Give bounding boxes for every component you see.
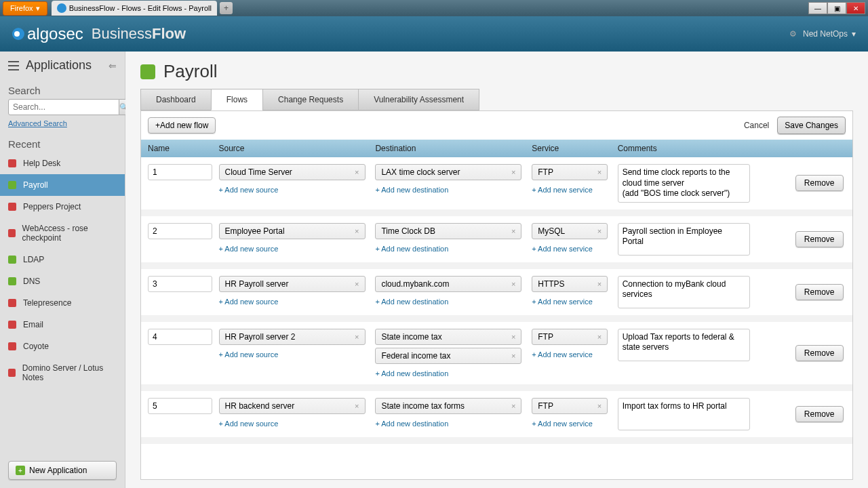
- comment-input[interactable]: Connection to myBank cloud services: [618, 276, 750, 308]
- save-changes-button[interactable]: Save Changes: [777, 117, 846, 134]
- sidebar-item[interactable]: DNS: [0, 270, 125, 292]
- cancel-button[interactable]: Cancel: [744, 121, 769, 130]
- comment-input[interactable]: Import tax forms to HR portal: [618, 398, 750, 430]
- value-tag[interactable]: State income tax forms×: [375, 398, 521, 414]
- flow-name-input[interactable]: [148, 164, 212, 180]
- add-value-link[interactable]: + Add new service: [532, 245, 617, 253]
- remove-flow-button[interactable]: Remove: [795, 231, 844, 247]
- remove-tag-icon[interactable]: ×: [355, 227, 359, 235]
- value-tag[interactable]: LAX time clock server×: [375, 164, 521, 180]
- add-value-link[interactable]: + Add new source: [219, 420, 376, 428]
- add-value-link[interactable]: + Add new source: [219, 350, 376, 359]
- remove-tag-icon[interactable]: ×: [597, 227, 601, 235]
- close-button[interactable]: ✕: [846, 2, 865, 14]
- collapse-sidebar-icon[interactable]: ⇐: [108, 60, 117, 71]
- add-value-link[interactable]: + Add new source: [219, 186, 376, 194]
- flow-name-input[interactable]: [148, 329, 212, 345]
- value-tag[interactable]: cloud.mybank.com×: [375, 276, 521, 292]
- tag-label: MySQL: [538, 226, 565, 236]
- firefox-menu-button[interactable]: Firefox ▾: [3, 1, 47, 16]
- add-value-link[interactable]: + Add new service: [532, 298, 617, 306]
- add-value-link[interactable]: + Add new destination: [375, 298, 532, 306]
- add-value-link[interactable]: + Add new source: [219, 245, 376, 253]
- comment-input[interactable]: Upload Tax reports to federal & state se…: [618, 329, 750, 361]
- remove-flow-button[interactable]: Remove: [795, 175, 844, 191]
- tab-dashboard[interactable]: Dashboard: [140, 89, 212, 110]
- sidebar-item-label: Domino Server / Lotus Notes: [22, 363, 117, 382]
- flow-name-input[interactable]: [148, 398, 212, 414]
- sidebar-item[interactable]: Email: [0, 314, 125, 336]
- sidebar-item[interactable]: LDAP: [0, 249, 125, 270]
- tag-label: Cloud Time Server: [225, 167, 292, 177]
- flow-name-input[interactable]: [148, 276, 212, 292]
- sidebar-item[interactable]: Peppers Project: [0, 196, 125, 218]
- remove-flow-button[interactable]: Remove: [795, 406, 844, 422]
- value-tag[interactable]: MySQL×: [532, 223, 608, 239]
- add-value-link[interactable]: + Add new source: [219, 298, 376, 306]
- remove-tag-icon[interactable]: ×: [511, 402, 515, 410]
- app-status-icon: [140, 64, 155, 79]
- remove-tag-icon[interactable]: ×: [355, 280, 359, 288]
- sidebar-item[interactable]: Payroll: [0, 174, 125, 196]
- remove-tag-icon[interactable]: ×: [597, 402, 601, 410]
- add-value-link[interactable]: + Add new destination: [375, 186, 532, 194]
- maximize-button[interactable]: ▣: [827, 2, 846, 14]
- value-tag[interactable]: Employee Portal×: [219, 223, 366, 239]
- remove-flow-button[interactable]: Remove: [795, 345, 844, 361]
- value-tag[interactable]: Time Clock DB×: [375, 223, 521, 239]
- value-tag[interactable]: HTTPS×: [532, 276, 608, 292]
- new-tab-button[interactable]: +: [220, 2, 233, 14]
- comment-input[interactable]: Send time clock reports to the cloud tim…: [618, 164, 750, 203]
- remove-tag-icon[interactable]: ×: [355, 402, 359, 410]
- search-input[interactable]: [8, 99, 119, 115]
- sidebar-item[interactable]: Telepresence: [0, 292, 125, 314]
- hamburger-icon[interactable]: [8, 61, 19, 70]
- remove-tag-icon[interactable]: ×: [511, 227, 515, 235]
- tab-change-requests[interactable]: Change Requests: [262, 89, 359, 110]
- flow-name-input[interactable]: [148, 223, 212, 239]
- value-tag[interactable]: FTP×: [532, 398, 608, 414]
- minimize-button[interactable]: —: [808, 2, 827, 14]
- remove-tag-icon[interactable]: ×: [355, 168, 359, 176]
- remove-tag-icon[interactable]: ×: [597, 333, 601, 341]
- add-value-link[interactable]: + Add new destination: [375, 420, 532, 428]
- value-tag[interactable]: FTP×: [532, 164, 608, 180]
- value-tag[interactable]: FTP×: [532, 329, 608, 345]
- browser-tab[interactable]: BusinessFlow - Flows - Edit Flows - Payr…: [52, 1, 217, 16]
- value-tag[interactable]: Cloud Time Server×: [219, 164, 366, 180]
- add-value-link[interactable]: + Add new destination: [375, 369, 532, 378]
- sidebar-item-label: Peppers Project: [23, 202, 81, 211]
- add-value-link[interactable]: + Add new service: [532, 350, 617, 359]
- sidebar-item[interactable]: Help Desk: [0, 152, 125, 174]
- sidebar-item[interactable]: Domino Server / Lotus Notes: [0, 357, 125, 388]
- add-value-link[interactable]: + Add new service: [532, 186, 617, 194]
- sidebar-item-label: LDAP: [23, 255, 44, 264]
- add-value-link[interactable]: + Add new destination: [375, 245, 532, 253]
- add-flow-button[interactable]: +Add new flow: [148, 117, 216, 134]
- remove-tag-icon[interactable]: ×: [511, 280, 515, 288]
- sidebar-item[interactable]: WebAccess - rose checkpoint: [0, 218, 125, 249]
- sidebar-item[interactable]: Coyote: [0, 336, 125, 357]
- tab-vulnerability-assessment[interactable]: Vulnerability Assessment: [358, 89, 479, 110]
- value-tag[interactable]: Federal income tax×: [375, 348, 521, 364]
- value-tag[interactable]: State income tax×: [375, 329, 521, 345]
- remove-tag-icon[interactable]: ×: [511, 168, 515, 176]
- remove-tag-icon[interactable]: ×: [597, 168, 601, 176]
- remove-tag-icon[interactable]: ×: [511, 333, 515, 341]
- advanced-search-link[interactable]: Advanced Search: [0, 115, 125, 131]
- remove-tag-icon[interactable]: ×: [597, 280, 601, 288]
- comment-input[interactable]: Payroll section in Employee Portal: [618, 223, 750, 256]
- tag-label: State income tax: [381, 332, 441, 342]
- status-chip-icon: [8, 321, 16, 329]
- value-tag[interactable]: HR Payroll server 2×: [219, 329, 366, 345]
- value-tag[interactable]: HR backend server×: [219, 398, 366, 414]
- remove-flow-button[interactable]: Remove: [795, 284, 844, 300]
- tab-flows[interactable]: Flows: [211, 89, 263, 110]
- add-value-link[interactable]: + Add new service: [532, 420, 617, 428]
- value-tag[interactable]: HR Payroll server×: [219, 276, 366, 292]
- remove-tag-icon[interactable]: ×: [355, 333, 359, 341]
- remove-tag-icon[interactable]: ×: [511, 352, 515, 360]
- user-menu[interactable]: ⚙ Ned NetOps ▾: [789, 29, 856, 39]
- product-logo: BusinessFlow: [92, 25, 186, 43]
- new-application-button[interactable]: + New Application: [8, 461, 117, 480]
